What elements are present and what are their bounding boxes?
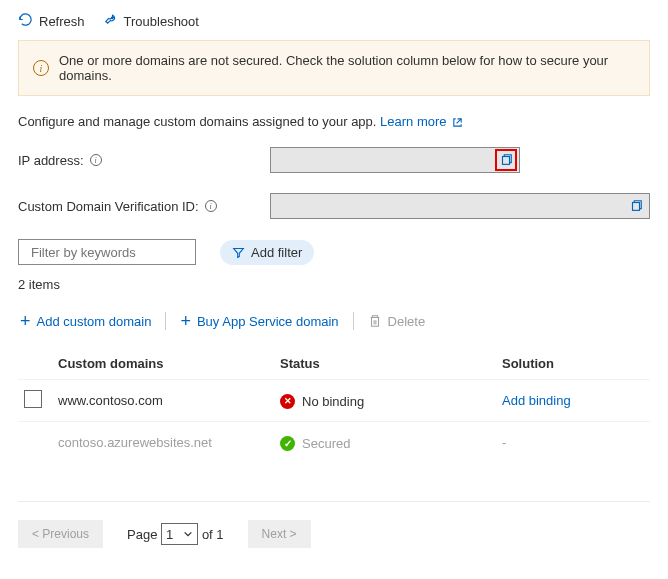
cdv-id-row: Custom Domain Verification ID: i: [18, 193, 650, 219]
wrench-icon: [103, 12, 118, 30]
delete-label: Delete: [388, 314, 426, 329]
add-filter-button[interactable]: Add filter: [220, 240, 314, 265]
add-custom-domain-button[interactable]: + Add custom domain: [18, 312, 153, 330]
plus-icon: +: [180, 312, 191, 330]
items-count: 2 items: [18, 277, 650, 292]
copy-cdv-button[interactable]: [625, 195, 647, 217]
external-link-icon: [452, 117, 463, 128]
copy-ip-button[interactable]: [495, 149, 517, 171]
info-icon: i: [33, 60, 49, 76]
cdv-value: [270, 193, 650, 219]
svg-rect-1: [633, 203, 640, 211]
success-icon: [280, 436, 295, 451]
row-checkbox[interactable]: [24, 390, 42, 408]
troubleshoot-button[interactable]: Troubleshoot: [103, 12, 199, 30]
filter-row: Add filter: [18, 239, 650, 265]
plus-icon: +: [20, 312, 31, 330]
copy-icon: [629, 199, 643, 213]
status-text: Secured: [302, 436, 350, 451]
refresh-icon: [18, 12, 33, 30]
cdv-label-wrap: Custom Domain Verification ID: i: [18, 199, 270, 214]
delete-button: Delete: [366, 314, 428, 329]
page-current: 1: [166, 527, 173, 542]
info-icon[interactable]: i: [205, 200, 217, 212]
pager: < Previous Page 1 of 1 Next >: [18, 501, 650, 548]
solution-cell: -: [496, 422, 650, 464]
add-custom-domain-label: Add custom domain: [37, 314, 152, 329]
refresh-button[interactable]: Refresh: [18, 12, 85, 30]
filter-icon: [232, 246, 245, 259]
buy-app-service-domain-button[interactable]: + Buy App Service domain: [178, 312, 340, 330]
troubleshoot-label: Troubleshoot: [124, 14, 199, 29]
page-indicator: Page 1 of 1: [127, 523, 224, 545]
warning-alert: i One or more domains are not secured. C…: [18, 40, 650, 96]
refresh-label: Refresh: [39, 14, 85, 29]
next-button: Next >: [248, 520, 311, 548]
separator: [165, 312, 166, 330]
cdv-label: Custom Domain Verification ID:: [18, 199, 199, 214]
error-icon: [280, 394, 295, 409]
filter-input-wrap[interactable]: [18, 239, 196, 265]
intro-text-body: Configure and manage custom domains assi…: [18, 114, 380, 129]
status-cell: Secured: [274, 422, 496, 464]
copy-icon: [499, 153, 513, 167]
add-filter-label: Add filter: [251, 245, 302, 260]
add-binding-link[interactable]: Add binding: [502, 393, 571, 408]
previous-button: < Previous: [18, 520, 103, 548]
ip-address-label-wrap: IP address: i: [18, 153, 270, 168]
chevron-down-icon: [183, 529, 193, 539]
page-label: Page: [127, 527, 157, 542]
domains-table: Custom domains Status Solution www.conto…: [18, 348, 650, 463]
buy-app-service-domain-label: Buy App Service domain: [197, 314, 339, 329]
solution-text: -: [502, 435, 506, 450]
domain-cell: www.contoso.com: [52, 380, 274, 422]
ip-address-row: IP address: i: [18, 147, 650, 173]
separator: [353, 312, 354, 330]
alert-message: One or more domains are not secured. Che…: [59, 53, 635, 83]
table-row: www.contoso.comNo bindingAdd binding: [18, 380, 650, 422]
ip-address-value: [270, 147, 520, 173]
learn-more-link[interactable]: Learn more: [380, 114, 463, 129]
table-row: contoso.azurewebsites.netSecured-: [18, 422, 650, 464]
domain-cell: contoso.azurewebsites.net: [52, 422, 274, 464]
status-text: No binding: [302, 394, 364, 409]
page-select[interactable]: 1: [161, 523, 198, 545]
col-select: [18, 348, 52, 380]
page-of: of 1: [202, 527, 224, 542]
filter-input[interactable]: [31, 245, 199, 260]
trash-icon: [368, 314, 382, 328]
info-icon[interactable]: i: [90, 154, 102, 166]
intro-text: Configure and manage custom domains assi…: [18, 114, 650, 129]
svg-rect-0: [503, 157, 510, 165]
ip-address-label: IP address:: [18, 153, 84, 168]
top-toolbar: Refresh Troubleshoot: [18, 6, 650, 40]
solution-cell: Add binding: [496, 380, 650, 422]
domain-toolbar: + Add custom domain + Buy App Service do…: [18, 312, 650, 330]
col-domains: Custom domains: [52, 348, 274, 380]
learn-more-label: Learn more: [380, 114, 446, 129]
status-cell: No binding: [274, 380, 496, 422]
col-solution: Solution: [496, 348, 650, 380]
col-status: Status: [274, 348, 496, 380]
